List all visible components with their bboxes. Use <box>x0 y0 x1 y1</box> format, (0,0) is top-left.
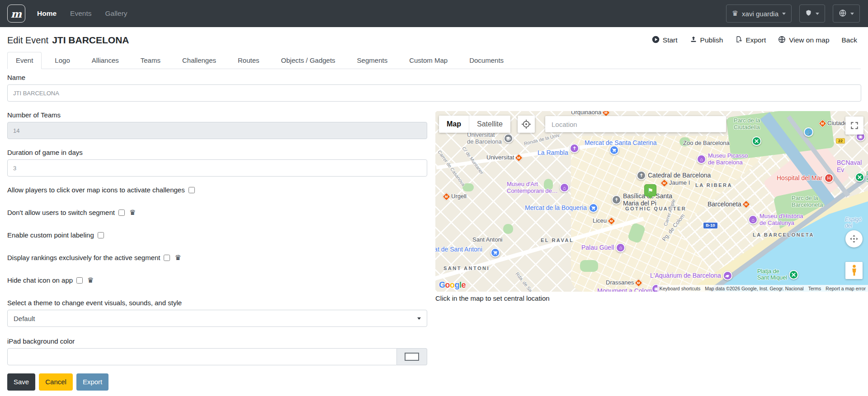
map-attribution-item-0[interactable]: Keyboard shortcuts <box>657 286 703 291</box>
map-park <box>503 224 513 234</box>
cancel-button[interactable]: Cancel <box>39 373 73 391</box>
map-label-text: Universitat <box>486 154 514 161</box>
map-attribution-item-2[interactable]: Terms <box>806 286 824 291</box>
map-attribution-item-3[interactable]: Report a map error <box>823 286 868 291</box>
map-label: MJaume I <box>661 180 690 186</box>
map-label-text: Ciutade <box>827 120 848 127</box>
map-label-text: Mercat de la Boqueria <box>525 204 587 211</box>
publish-label: Publish <box>700 36 723 44</box>
map-label: Mercat de Sant Antoni <box>435 246 482 253</box>
tab-event[interactable]: Event <box>7 52 42 69</box>
map-label-text: Universitat de Barcelona <box>467 132 502 145</box>
export-button[interactable]: Export <box>76 373 108 391</box>
pan-button[interactable] <box>845 230 863 247</box>
metro-icon: M <box>742 200 750 208</box>
tab-custom-map[interactable]: Custom Map <box>401 52 456 69</box>
poi-icon <box>752 136 761 146</box>
metro-icon: M <box>607 217 615 225</box>
save-button[interactable]: Save <box>7 373 35 391</box>
my-location-button[interactable] <box>518 116 535 133</box>
poi-icon: ⚓ <box>804 127 813 137</box>
allow-click-challenges-checkbox[interactable] <box>189 187 195 193</box>
event-form: Name Number of Teams Duration of game in… <box>0 69 868 391</box>
ipad-background-color-input[interactable] <box>7 348 397 365</box>
poi-icon: ⌂ <box>697 154 706 164</box>
display-rankings-active-segment-checkbox[interactable] <box>164 255 170 261</box>
name-input[interactable] <box>7 84 861 102</box>
dont-allow-switch-segment-checkbox[interactable] <box>118 210 125 216</box>
theme-select[interactable]: Default <box>7 310 427 327</box>
map-label-text: Drassanes <box>606 280 634 286</box>
zoo-marker-icon <box>752 136 761 146</box>
theme-select-value: Default <box>14 315 35 322</box>
tab-logo[interactable]: Logo <box>46 52 78 69</box>
map-label: GOTHIC QUARTER <box>625 206 686 212</box>
tab-segments[interactable]: Segments <box>349 52 396 69</box>
map-label-text: Mercat de Sant Antoni <box>435 246 482 253</box>
map-label-text: La Rambla <box>538 149 568 156</box>
map-column: ⚑ Map Satellite <box>435 111 868 302</box>
map-type-control: Map Satellite <box>439 116 510 133</box>
app-logo[interactable]: m <box>7 5 25 23</box>
map-label: Sant Antoni <box>472 237 503 243</box>
map-type-satellite-button[interactable]: Satellite <box>469 116 510 133</box>
crown-icon: ♛ <box>129 209 136 216</box>
map[interactable]: ⚑ Map Satellite <box>435 111 868 292</box>
map-label-text: Palau Güell <box>581 244 614 251</box>
tab-alliances[interactable]: Alliances <box>83 52 127 69</box>
pegman-button[interactable] <box>845 262 863 279</box>
map-caption: Click in the map to set central location <box>435 294 868 302</box>
tab-bar: Event Logo Alliances Teams Challenges Ro… <box>7 52 861 69</box>
crown-icon: ♛ <box>175 254 181 261</box>
location-search-input[interactable] <box>545 116 726 132</box>
teams-field-group: Number of Teams <box>7 111 427 139</box>
page-title-prefix: Edit Event <box>7 35 48 46</box>
start-button[interactable]: Start <box>652 36 678 45</box>
church-marker-icon: ✝ <box>570 144 579 153</box>
app-logo-letter: m <box>11 8 22 20</box>
fullscreen-button[interactable] <box>845 116 863 135</box>
map-type-map-button[interactable]: Map <box>439 116 469 133</box>
hide-chat-icon-checkbox[interactable] <box>76 277 83 284</box>
map-label-text: Liceu <box>593 218 607 224</box>
publish-button[interactable]: Publish <box>690 36 723 45</box>
checkbox-row-rankings-active-segment: Display rankings exclusively for the act… <box>7 254 427 261</box>
tab-routes[interactable]: Routes <box>229 52 268 69</box>
view-on-map-button[interactable]: View on map <box>778 36 829 45</box>
form-left-column: Number of Teams Duration of game in days… <box>7 111 427 391</box>
checkbox-row-switch-segment: Don't allow users to switch segment ♛ <box>7 209 427 216</box>
nav-link-home[interactable]: Home <box>37 9 57 18</box>
tab-objects-gadgets[interactable]: Objects / Gadgets <box>273 52 344 69</box>
tab-challenges[interactable]: Challenges <box>174 52 225 69</box>
duration-input[interactable] <box>7 159 427 177</box>
map-label: Monument a Colom <box>597 287 652 292</box>
enable-custom-point-labeling-checkbox[interactable] <box>98 232 104 238</box>
back-label: Back <box>842 36 857 44</box>
back-button[interactable]: Back <box>842 36 857 44</box>
map-label: ✝Basílica de Santa Maria del Pi <box>612 192 672 207</box>
admin-menu-button[interactable] <box>799 5 825 23</box>
chevron-down-icon <box>417 317 421 320</box>
tab-teams[interactable]: Teams <box>132 52 169 69</box>
google-logo-letter: e <box>462 280 466 289</box>
language-menu-button[interactable] <box>833 5 860 23</box>
map-label: Platja Some <box>855 171 868 184</box>
map-label: Hospital del MarH <box>777 173 834 183</box>
number-of-teams-input <box>7 122 427 139</box>
nav-link-gallery[interactable]: Gallery <box>105 9 127 18</box>
map-label-text: Parc de la Barceloneta <box>792 195 823 209</box>
globe-icon <box>839 9 847 19</box>
color-picker-button[interactable] <box>397 348 427 365</box>
user-menu-button[interactable]: ♛ xavi guardia <box>726 5 792 23</box>
nav-link-events[interactable]: Events <box>70 9 91 18</box>
export-header-button[interactable]: Export <box>735 36 766 45</box>
name-field-group: Name <box>7 74 868 102</box>
checkbox-label: Hide chat icon on app <box>7 276 73 284</box>
poi-icon: ✝ <box>637 171 646 180</box>
event-location-marker[interactable]: ⚑ <box>644 184 656 196</box>
map-label: 22 <box>836 138 845 144</box>
map-label: Palau Güell⌂ <box>581 243 625 252</box>
google-logo[interactable]: Google <box>439 280 466 290</box>
tab-documents[interactable]: Documents <box>461 52 512 69</box>
export-header-label: Export <box>745 36 766 44</box>
